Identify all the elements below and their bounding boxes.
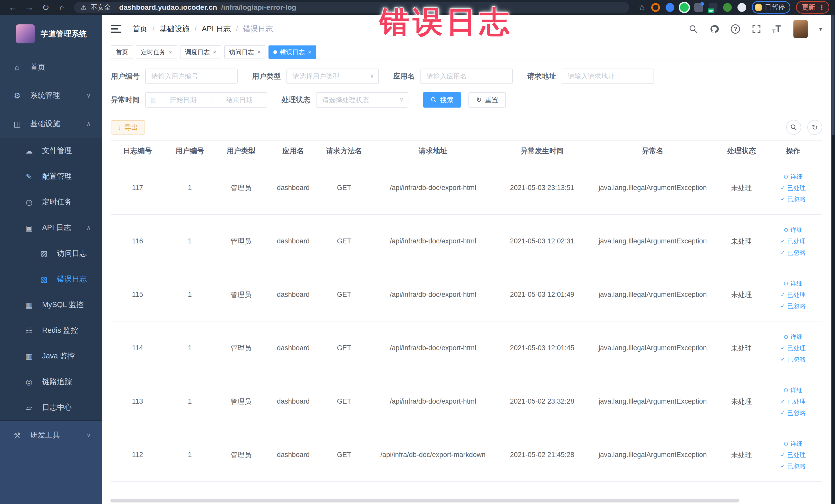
- search-button[interactable]: 搜索: [423, 92, 461, 107]
- sidebar-item-scheduled-tasks[interactable]: ◷ 定时任务: [0, 189, 102, 215]
- user-type-select[interactable]: ∨: [286, 68, 379, 84]
- app-name-input[interactable]: [421, 68, 513, 84]
- process-status-select[interactable]: ∨: [316, 92, 408, 107]
- detail-link[interactable]: ⊙详细: [784, 440, 803, 448]
- reset-button[interactable]: ↻ 重置: [468, 92, 506, 107]
- security-warning-icon: ⚠: [81, 3, 86, 11]
- user-type-label: 用户类型: [252, 72, 281, 81]
- tab-error-log[interactable]: 错误日志 ×: [268, 45, 316, 59]
- security-label[interactable]: 不安全: [90, 3, 115, 12]
- browser-reload-icon[interactable]: ↻: [39, 2, 53, 13]
- request-url-input[interactable]: [562, 68, 654, 84]
- sidebar-item-access-log[interactable]: ▨ 访问日志: [0, 241, 102, 266]
- browser-back-icon[interactable]: ←: [6, 2, 20, 12]
- sidebar-item-file-management[interactable]: ☁ 文件管理: [0, 138, 102, 164]
- cell-user-id: 1: [164, 161, 216, 215]
- sidebar-item-error-log[interactable]: ▧ 错误日志: [0, 266, 102, 292]
- extension-icon[interactable]: [694, 3, 703, 12]
- sidebar-item-config-management[interactable]: ✎ 配置管理: [0, 164, 102, 189]
- sidebar-item-log-center[interactable]: ▱ 日志中心: [0, 395, 102, 420]
- bookmark-star-icon[interactable]: ☆: [638, 3, 646, 12]
- extensions-puzzle-icon[interactable]: [737, 3, 746, 12]
- sidebar-item-api-log[interactable]: ▣ API 日志 ∧: [0, 215, 102, 241]
- chevron-up-icon: ∧: [86, 224, 91, 231]
- detail-link[interactable]: ⊙详细: [784, 279, 803, 287]
- user-avatar[interactable]: [793, 20, 808, 38]
- tab-access-log[interactable]: 访问日志 ×: [224, 45, 265, 59]
- search-icon: [430, 97, 437, 103]
- address-bar[interactable]: ⚠ 不安全 dashboard.yudao.iocoder.cn/infra/l…: [74, 2, 629, 13]
- close-icon[interactable]: ×: [169, 48, 172, 56]
- extension-icon[interactable]: [680, 3, 689, 12]
- browser-update-button[interactable]: 更新 ⋮: [796, 1, 829, 14]
- extension-icon[interactable]: [723, 3, 732, 12]
- user-id-input[interactable]: [145, 68, 238, 84]
- avatar-caret-icon[interactable]: ▾: [819, 25, 822, 33]
- close-icon[interactable]: ×: [308, 48, 311, 56]
- sidebar-item-java-monitor[interactable]: ▥ Java 监控: [0, 343, 102, 369]
- export-button[interactable]: ↓ 导出: [111, 120, 145, 135]
- breadcrumb-home[interactable]: 首页: [133, 24, 155, 34]
- check-icon: ✓: [780, 398, 785, 405]
- sidebar-item-home[interactable]: ⌂ 首页: [0, 53, 102, 81]
- vertical-scrollbar[interactable]: [831, 15, 835, 504]
- mark-ignored-link[interactable]: ✓已忽略: [780, 355, 806, 364]
- tab-schedule-log[interactable]: 调度日志 ×: [180, 45, 221, 59]
- browser-home-icon[interactable]: ⌂: [55, 2, 69, 12]
- mark-processed-link[interactable]: ✓已处理: [780, 237, 806, 245]
- close-icon[interactable]: ×: [213, 48, 217, 56]
- horizontal-scrollbar[interactable]: [110, 499, 739, 502]
- close-icon[interactable]: ×: [257, 48, 261, 56]
- mark-processed-link[interactable]: ✓已处理: [780, 344, 806, 352]
- font-size-icon[interactable]: TT: [772, 24, 781, 35]
- mark-processed-link[interactable]: ✓已处理: [780, 184, 806, 192]
- calendar-icon: ▦: [150, 96, 157, 104]
- process-status-select-input[interactable]: [316, 92, 408, 107]
- mark-processed-link[interactable]: ✓已处理: [780, 291, 806, 299]
- extension-icon[interactable]: on: [709, 3, 717, 12]
- toggle-search-button[interactable]: [786, 120, 801, 135]
- scrollbar-thumb[interactable]: [832, 15, 834, 135]
- eye-icon: ⊙: [784, 440, 788, 447]
- mark-ignored-link[interactable]: ✓已忽略: [780, 302, 806, 310]
- mark-processed-link[interactable]: ✓已处理: [780, 451, 806, 459]
- breadcrumb-api-log[interactable]: API 日志: [202, 24, 238, 34]
- browser-menu-icon[interactable]: ⋮: [818, 3, 825, 11]
- breadcrumb-infrastructure[interactable]: 基础设施: [160, 24, 197, 34]
- date-range-picker[interactable]: ▦ 开始日期 ~ 结束日期: [145, 92, 267, 107]
- app-logo[interactable]: 芋道管理系统: [0, 15, 102, 53]
- detail-link[interactable]: ⊙详细: [784, 226, 803, 234]
- help-icon[interactable]: ?: [730, 24, 740, 34]
- hamburger-icon[interactable]: [111, 25, 121, 33]
- mark-ignored-link[interactable]: ✓已忽略: [780, 195, 806, 203]
- sidebar-item-system-management[interactable]: ⚙ 系统管理 ∨: [0, 81, 102, 109]
- detail-link[interactable]: ⊙详细: [784, 173, 803, 181]
- fullscreen-icon[interactable]: [751, 24, 761, 34]
- sidebar-item-redis-monitor[interactable]: ☷ Redis 监控: [0, 318, 102, 343]
- check-icon: ✓: [780, 196, 785, 203]
- mark-ignored-link[interactable]: ✓已忽略: [780, 248, 806, 257]
- browser-forward-icon[interactable]: →: [22, 2, 37, 12]
- sidebar-item-infrastructure[interactable]: ◫ 基础设施 ∧: [0, 109, 102, 138]
- cell-app: dashboard: [267, 215, 320, 268]
- sidebar-item-mysql-monitor[interactable]: ▦ MySQL 监控: [0, 292, 102, 318]
- cell-time: 2021-05-03 12:01:45: [498, 321, 587, 375]
- sidebar-item-dev-tools[interactable]: ⚒ 研发工具 ∨: [0, 421, 102, 449]
- mark-ignored-link[interactable]: ✓已忽略: [780, 409, 806, 417]
- cell-url: /api/infra/db-doc/export-html: [368, 268, 498, 321]
- refresh-table-button[interactable]: ↻: [807, 120, 822, 135]
- sidebar-item-tracing[interactable]: ◎ 链路追踪: [0, 369, 102, 395]
- extension-icon[interactable]: [651, 3, 660, 12]
- github-icon[interactable]: [709, 24, 719, 34]
- extension-icon[interactable]: [666, 3, 674, 12]
- mark-processed-link[interactable]: ✓已处理: [780, 398, 806, 406]
- tab-home[interactable]: 首页: [111, 45, 133, 59]
- profile-paused-chip[interactable]: 已暂停: [752, 1, 790, 14]
- user-id-label: 用户编号: [111, 72, 140, 81]
- user-type-select-input[interactable]: [286, 68, 379, 84]
- detail-link[interactable]: ⊙详细: [784, 333, 803, 341]
- mark-ignored-link[interactable]: ✓已忽略: [780, 462, 806, 470]
- tab-scheduled-tasks[interactable]: 定时任务 ×: [136, 45, 177, 59]
- detail-link[interactable]: ⊙详细: [784, 386, 803, 395]
- search-icon[interactable]: [688, 24, 698, 34]
